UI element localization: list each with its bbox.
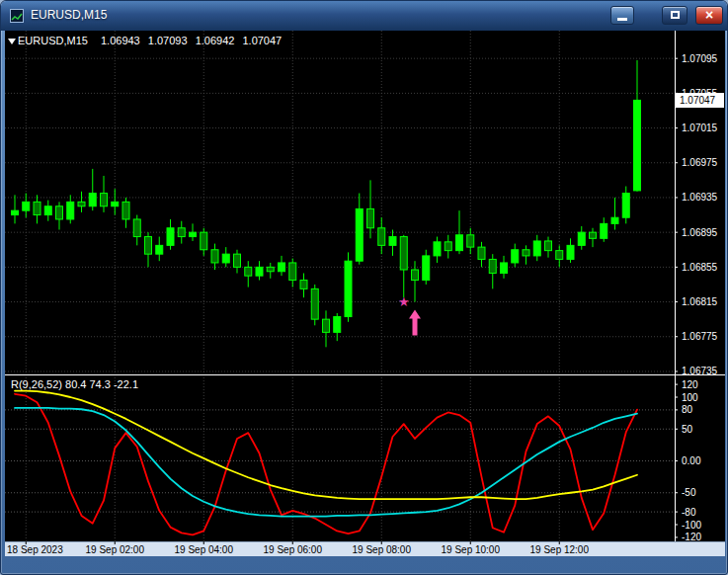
svg-text:1.06815: 1.06815 xyxy=(682,296,718,307)
minimize-button[interactable] xyxy=(610,6,634,25)
chart-client-area: ★ 1.070951.070551.070151.069751.069351.0… xyxy=(5,31,725,556)
svg-text:★: ★ xyxy=(398,294,410,309)
ohlc-high: 1.07093 xyxy=(148,35,188,46)
svg-text:19 Sep 08:00: 19 Sep 08:00 xyxy=(353,544,412,555)
svg-text:0.00: 0.00 xyxy=(682,455,701,466)
svg-text:100: 100 xyxy=(682,392,698,403)
svg-text:-80: -80 xyxy=(682,507,696,518)
svg-text:19 Sep 02:00: 19 Sep 02:00 xyxy=(86,544,145,555)
svg-text:80: 80 xyxy=(682,404,693,415)
svg-text:50: 50 xyxy=(682,424,693,435)
svg-text:1.06935: 1.06935 xyxy=(682,192,718,203)
svg-text:19 Sep 06:00: 19 Sep 06:00 xyxy=(264,544,323,555)
svg-text:18 Sep 2023: 18 Sep 2023 xyxy=(7,544,63,555)
close-button[interactable]: × xyxy=(695,6,723,25)
ohlc-overlay: EURUSD,M15 1.06943 1.07093 1.06942 1.070… xyxy=(18,35,286,46)
svg-text:1.07095: 1.07095 xyxy=(682,53,718,64)
svg-text:1.06975: 1.06975 xyxy=(682,157,718,168)
svg-text:19 Sep 12:00: 19 Sep 12:00 xyxy=(530,544,590,555)
chart-background xyxy=(5,31,725,556)
chart-window: EURUSD,M15 × ★ 1.070951.070551.070151.06… xyxy=(0,0,728,575)
price-chart[interactable]: ★ 1.070951.070551.070151.069751.069351.0… xyxy=(5,31,725,556)
ohlc-open: 1.06943 xyxy=(101,35,140,46)
restore-button[interactable] xyxy=(662,6,688,25)
svg-text:-100: -100 xyxy=(682,520,701,531)
current-price-tag: 1.07047 xyxy=(676,93,724,108)
svg-text:19 Sep 04:00: 19 Sep 04:00 xyxy=(175,544,234,555)
indicator-values-label: R(9,26,52) 80.4 74.3 -22.1 xyxy=(11,378,138,390)
svg-text:-120: -120 xyxy=(682,532,701,542)
chart-icon xyxy=(10,9,24,23)
svg-text:1.07015: 1.07015 xyxy=(682,123,718,133)
svg-text:-50: -50 xyxy=(682,487,696,498)
svg-text:1.06735: 1.06735 xyxy=(682,366,718,376)
title-bar[interactable]: EURUSD,M15 × xyxy=(1,1,727,31)
svg-text:19 Sep 10:00: 19 Sep 10:00 xyxy=(442,544,501,555)
svg-text:120: 120 xyxy=(682,379,698,390)
chart-icon-glyph xyxy=(11,12,23,24)
chart-marker-icon xyxy=(8,39,16,44)
svg-text:1.06895: 1.06895 xyxy=(682,227,718,238)
ohlc-low: 1.06942 xyxy=(196,35,235,46)
restore-icon xyxy=(671,11,680,19)
ohlc-symbol: EURUSD,M15 xyxy=(18,35,88,46)
svg-text:1.06775: 1.06775 xyxy=(682,331,718,342)
window-title: EURUSD,M15 xyxy=(31,1,107,31)
minimize-icon xyxy=(617,18,627,21)
svg-text:1.06855: 1.06855 xyxy=(682,262,718,273)
ohlc-close: 1.07047 xyxy=(242,35,282,46)
